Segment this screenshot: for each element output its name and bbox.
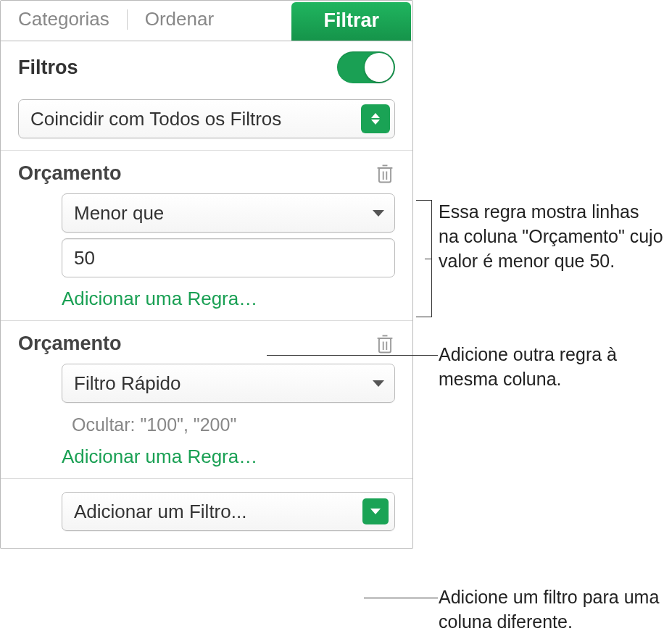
tab-filter[interactable]: Filtrar — [291, 2, 411, 41]
callout-leader — [364, 598, 438, 598]
chevron-down-icon — [362, 498, 389, 524]
callout-text: Essa regra mostra linhas na coluna "Orça… — [439, 200, 663, 273]
tab-categories[interactable]: Categorias — [1, 1, 127, 41]
trash-icon[interactable] — [375, 163, 395, 185]
panel-tabs: Categorias Ordenar Filtrar — [1, 1, 412, 41]
svg-rect-0 — [379, 167, 391, 182]
rule-type-label: Filtro Rápido — [62, 372, 373, 395]
match-mode-select[interactable]: Coincidir com Todos os Filtros — [18, 99, 395, 138]
callout-text: Adicione outra regra à mesma coluna. — [439, 343, 663, 392]
hide-values-label: Ocultar: "100", "200" — [72, 414, 395, 435]
filter-group: Orçamento Filtro Rápido Ocultar: "100", … — [1, 321, 412, 478]
add-rule-button[interactable]: Adicionar uma Regra… — [62, 446, 395, 468]
svg-rect-5 — [379, 338, 391, 352]
group-title: Orçamento — [18, 333, 122, 355]
trash-icon[interactable] — [375, 333, 395, 355]
filters-section: Filtros Coincidir com Todos os Filtros — [1, 41, 412, 150]
rule-value-input[interactable] — [74, 247, 383, 269]
chevron-down-icon — [373, 210, 384, 217]
match-mode-label: Coincidir com Todos os Filtros — [19, 108, 361, 130]
rule-type-select[interactable]: Filtro Rápido — [62, 364, 395, 403]
rule-type-label: Menor que — [62, 202, 373, 225]
rule-type-select[interactable]: Menor que — [62, 193, 395, 233]
filters-toggle[interactable] — [337, 51, 395, 83]
toggle-knob — [365, 53, 394, 82]
filter-group: Orçamento Menor que Adicionar uma Regra… — [1, 151, 412, 320]
add-filter-select[interactable]: Adicionar um Filtro... — [62, 492, 395, 531]
filters-title: Filtros — [18, 57, 78, 79]
add-rule-button[interactable]: Adicionar uma Regra… — [62, 288, 395, 310]
callout-leader — [267, 355, 438, 356]
filter-panel: Categorias Ordenar Filtrar Filtros Coinc… — [0, 0, 413, 549]
group-title: Orçamento — [18, 162, 122, 185]
chevron-down-icon — [373, 380, 384, 387]
rule-value-field[interactable] — [62, 238, 395, 277]
add-filter-label: Adicionar um Filtro... — [62, 501, 362, 523]
callout-bracket — [416, 200, 432, 317]
updown-caret-icon — [361, 104, 390, 133]
callout-text: Adicione um filtro para uma coluna difer… — [439, 585, 663, 635]
tab-sort[interactable]: Ordenar — [128, 1, 231, 41]
